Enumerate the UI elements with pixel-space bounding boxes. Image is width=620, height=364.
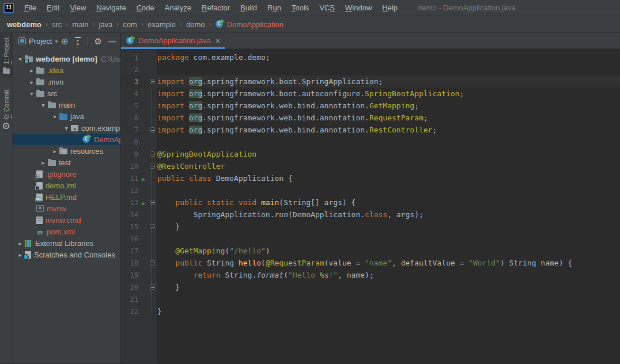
fold-marker-icon[interactable]: [150, 224, 155, 229]
menu-navigate[interactable]: Navigate: [91, 0, 131, 16]
menu-vcs[interactable]: VCS: [314, 0, 340, 16]
close-tab-icon[interactable]: ×: [216, 36, 220, 46]
tree-item-main[interactable]: ▾main: [13, 99, 120, 111]
tree-item-label: .idea: [47, 66, 63, 75]
menu-run[interactable]: Run: [262, 0, 286, 16]
menu-tools[interactable]: Tools: [286, 0, 314, 16]
code-line-14[interactable]: 14 SpringApplication.run(DemoApplication…: [121, 208, 620, 221]
commit-icon: [3, 123, 9, 129]
project-view-dropdown-icon[interactable]: ▾: [55, 39, 58, 44]
menu-window[interactable]: Window: [340, 0, 377, 16]
tree-item-java[interactable]: ▾java: [13, 111, 120, 122]
menu-view[interactable]: View: [65, 0, 91, 16]
code-line-22[interactable]: 22}: [121, 305, 620, 317]
fold-marker-icon[interactable]: [150, 151, 155, 157]
tree-item-com-example[interactable]: ▾com.example.: [13, 122, 120, 134]
tree-item-demoapplication[interactable]: CDemoApplication: [13, 134, 120, 145]
tree-item-gitignore[interactable]: .gitignore: [13, 168, 120, 180]
code-line-20[interactable]: 20 }: [121, 281, 620, 293]
code-line-18[interactable]: 18 public String hello(@RequestParam(val…: [121, 257, 620, 269]
menu-file[interactable]: File: [19, 0, 41, 16]
run-gutter-icon[interactable]: ▶: [142, 200, 145, 206]
file-console-icon: >: [36, 205, 44, 212]
chevron-right-icon[interactable]: ▸: [50, 148, 59, 154]
strip-tab-0-commit[interactable]: 0: Commit: [0, 86, 12, 132]
tree-item-mvn[interactable]: ▸.mvn: [13, 76, 120, 88]
tree-item-pom-xml[interactable]: mpom.xml: [13, 226, 120, 237]
line-number: 15: [121, 223, 139, 231]
fold-marker-icon[interactable]: [150, 200, 155, 205]
tree-item-scratches-and-consoles[interactable]: ▸Scratches and Consoles: [13, 249, 120, 260]
hide-panel-icon[interactable]: —: [108, 37, 116, 46]
chevron-down-icon[interactable]: ▾: [16, 56, 25, 62]
crumb-example[interactable]: example: [148, 20, 176, 29]
tree-item-demo-iml[interactable]: demo.iml: [13, 180, 120, 191]
tree-item-help-md[interactable]: MDHELP.md: [13, 191, 120, 203]
chevron-down-icon[interactable]: ▾: [27, 90, 36, 97]
chevron-right-icon[interactable]: ▸: [27, 79, 36, 85]
crumb-main[interactable]: main: [72, 20, 88, 29]
code-line-12[interactable]: 12: [121, 184, 620, 196]
code-line-11[interactable]: 11▶public class DemoApplication {: [121, 172, 620, 184]
code-line-2[interactable]: 2: [121, 63, 620, 75]
menu-edit[interactable]: Edit: [41, 0, 65, 16]
chevron-down-icon[interactable]: ▾: [39, 102, 48, 108]
crumb-java[interactable]: java: [99, 20, 113, 29]
tree-item-test[interactable]: ▸test: [13, 157, 120, 168]
menu-code[interactable]: Code: [131, 0, 160, 16]
code-line-17[interactable]: 17 @GetMapping("/hello"): [121, 245, 620, 257]
menu-help[interactable]: Help: [377, 0, 403, 16]
chevron-down-icon[interactable]: ▾: [50, 113, 59, 120]
tree-item-mvnw-cmd[interactable]: mvnw.cmd: [13, 214, 120, 226]
code-line-1[interactable]: 1package com.example.demo;: [121, 51, 620, 63]
tree-item-mvnw[interactable]: >mvnw: [13, 203, 120, 214]
fold-marker-icon[interactable]: [150, 127, 155, 132]
crumb-demo[interactable]: demo: [186, 20, 205, 29]
tree-item-webdemo-demo[interactable]: ▾webdemo [demo]C:\Users: [13, 53, 120, 65]
code-line-10[interactable]: 10@RestController: [121, 160, 620, 172]
settings-gear-icon[interactable]: ⚙: [94, 37, 102, 46]
tree-item-external-libraries[interactable]: ▸External Libraries: [13, 237, 120, 249]
locate-file-icon[interactable]: ⊕: [61, 37, 69, 46]
chevron-down-icon[interactable]: ▾: [62, 125, 71, 131]
tab-demoapplication-java[interactable]: C DemoApplication.java ×: [121, 33, 225, 48]
chevron-right-icon[interactable]: ▸: [27, 67, 36, 74]
tree-item-src[interactable]: ▾src: [13, 88, 120, 99]
crumb-webdemo[interactable]: webdemo: [7, 20, 41, 29]
code-line-19[interactable]: 19 return String.format("Hello %s!", nam…: [121, 269, 620, 281]
menu-build[interactable]: Build: [235, 0, 262, 16]
fold-marker-icon[interactable]: [150, 285, 155, 290]
code-line-5[interactable]: 5import org.springframework.web.bind.ann…: [121, 100, 620, 112]
tool-window-strip: 1: Project0: Commit: [0, 33, 13, 363]
line-number: 17: [121, 247, 139, 255]
menu-analyze[interactable]: Analyze: [160, 0, 196, 16]
fold-marker-icon[interactable]: [150, 164, 155, 169]
tree-item-resources[interactable]: ▸resources: [13, 145, 120, 157]
code-line-16[interactable]: 16: [121, 233, 620, 245]
fold-marker-icon[interactable]: [150, 79, 155, 84]
menu-refactor[interactable]: Refactor: [196, 0, 235, 16]
code-line-7[interactable]: 7import org.springframework.web.bind.ann…: [121, 124, 620, 136]
code-editor[interactable]: 1package com.example.demo;23import org.s…: [121, 49, 620, 363]
run-gutter-icon[interactable]: ▶: [142, 176, 145, 182]
folder-java-icon: [59, 114, 67, 120]
crumb-com[interactable]: com: [123, 20, 137, 29]
crumb-demoapplication[interactable]: CDemoApplication: [216, 20, 283, 29]
project-panel-header: Project ▾ ⊕ ▾▴ ⚙ —: [13, 33, 120, 49]
code-line-13[interactable]: 13▶ public static void main(String[] arg…: [121, 196, 620, 208]
line-number: 10: [121, 162, 139, 170]
code-line-4[interactable]: 4import org.springframework.boot.autocon…: [121, 88, 620, 100]
code-line-21[interactable]: 21: [121, 293, 620, 305]
crumb-src[interactable]: src: [52, 20, 62, 29]
code-line-6[interactable]: 6import org.springframework.web.bind.ann…: [121, 112, 620, 124]
fold-marker-icon[interactable]: [150, 260, 155, 266]
collapse-all-icon[interactable]: ▾▴: [75, 37, 81, 45]
code-line-3[interactable]: 3import org.springframework.boot.SpringA…: [121, 75, 620, 88]
chevron-right-icon[interactable]: ▸: [16, 240, 25, 247]
strip-tab-1-project[interactable]: 1: Project: [0, 33, 12, 78]
code-line-8[interactable]: 8: [121, 136, 620, 148]
code-line-9[interactable]: 9@SpringBootApplication: [121, 148, 620, 160]
tree-item-idea[interactable]: ▸.idea: [13, 65, 120, 76]
code-line-15[interactable]: 15 }: [121, 221, 620, 233]
chevron-right-icon[interactable]: ▸: [39, 160, 48, 166]
